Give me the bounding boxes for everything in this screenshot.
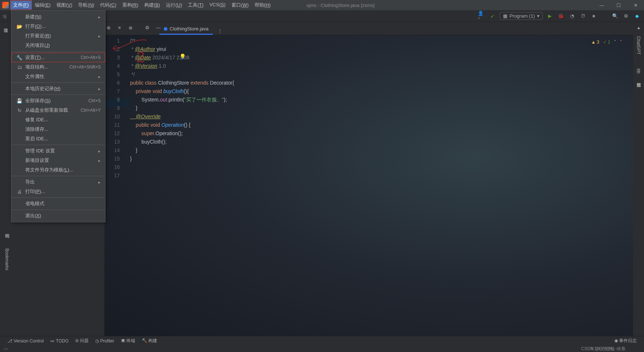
menu-item[interactable]: 🖨打印(P)... xyxy=(11,187,105,196)
menu-item-icon: 🗂 xyxy=(16,64,22,70)
coverage-button[interactable]: ◔ xyxy=(568,12,576,20)
menu-item-label: 项目结构... xyxy=(25,64,66,70)
menu-item[interactable]: 构建(B) xyxy=(141,0,163,10)
menu-item-shortcut: Ctrl+Alt+S xyxy=(81,55,101,60)
event-log-button[interactable]: ◉ 事件日志 xyxy=(614,338,637,344)
menu-item-icon: 🔧 xyxy=(16,55,22,60)
database-icon[interactable]: 🗄 xyxy=(636,68,641,74)
menu-item[interactable]: 退出(X) xyxy=(11,211,105,221)
menu-item[interactable]: 新项目设置▸ xyxy=(11,156,105,165)
minimize-button[interactable]: — xyxy=(593,0,610,10)
problems-tool-button[interactable]: ⊘ 问题 xyxy=(75,338,89,344)
menu-item-label: 退出(X) xyxy=(25,212,101,219)
menu-item[interactable]: 代码(C) xyxy=(97,0,119,10)
menu-item[interactable]: 🔧设置(T)...Ctrl+Alt+S xyxy=(11,53,105,62)
menu-item[interactable]: 编辑(E) xyxy=(32,0,53,10)
menu-bar: 文件(F)编辑(E)视图(V)导航(N)代码(C)重构(R)构建(B)运行(U)… xyxy=(0,0,644,10)
collapse-all-icon[interactable]: ≣ xyxy=(126,23,134,32)
menu-item-shortcut: Ctrl+S xyxy=(88,98,101,103)
menu-item[interactable]: 工具(T) xyxy=(185,0,207,10)
close-button[interactable]: ✕ xyxy=(627,0,644,10)
menu-item-label: 新项目设置 xyxy=(25,157,95,164)
menu-item[interactable]: 新建(N)▸ xyxy=(11,12,105,22)
menu-item-label: 新建(N) xyxy=(25,14,95,20)
menu-item[interactable]: 重启 IDE... xyxy=(11,134,105,144)
chatgpt-tool-button[interactable]: ChatGPT xyxy=(636,36,641,55)
menu-item[interactable]: 本地历史记录(H)▸ xyxy=(11,84,105,93)
app-logo-icon xyxy=(2,2,9,8)
submenu-arrow-icon: ▸ xyxy=(98,74,101,79)
menu-item[interactable]: 清除缓存... xyxy=(11,125,105,134)
menu-item[interactable]: 关闭项目(J) xyxy=(11,41,105,50)
menu-item[interactable]: 导出▸ xyxy=(11,177,105,187)
menu-item[interactable]: 导航(N) xyxy=(75,0,97,10)
submenu-arrow-icon: ▸ xyxy=(98,14,101,20)
window-title: sjms - ClothingStore.java [zsms] xyxy=(307,3,375,8)
run-config-icon: ▦ xyxy=(503,13,507,19)
expand-all-icon[interactable]: ≡ xyxy=(115,23,123,32)
run-config-label: Program (1) xyxy=(510,13,535,19)
code-editor[interactable]: ▲ 3 ✓ 1 ˄ ˅ 1234567891011121314151617 /*… xyxy=(104,35,633,341)
run-button[interactable]: ▶ xyxy=(546,12,554,20)
menu-item[interactable]: 📂打开(O)... xyxy=(11,22,105,31)
code-content: /** * @Author yirui * @Date 2024/4/17 21… xyxy=(130,37,633,163)
menu-item[interactable]: 窗口(W) xyxy=(229,0,252,10)
vcs-tool-button[interactable]: ⎇ Version Control xyxy=(7,338,44,344)
menu-item-label: 清除缓存... xyxy=(25,126,101,133)
menu-item[interactable]: 重构(R) xyxy=(119,0,141,10)
menu-item[interactable]: 将文件另存为模板(L)... xyxy=(11,165,105,175)
more-icon[interactable]: ⋮ xyxy=(216,27,224,35)
chatgpt-icon[interactable]: ✦ xyxy=(637,26,641,31)
menu-item[interactable]: ↻从磁盘全部重新加载Ctrl+Alt+Y xyxy=(11,105,105,115)
menu-item[interactable]: 🗂项目结构...Ctrl+Alt+Shift+S xyxy=(11,62,105,72)
menu-item-label: 修复 IDE... xyxy=(25,116,101,123)
run-config-selector[interactable]: ▦ Program (1) ▾ xyxy=(500,12,543,20)
debug-button[interactable]: 🐞 xyxy=(557,12,565,20)
hide-icon[interactable]: — xyxy=(154,23,162,32)
maximize-button[interactable]: ☐ xyxy=(610,0,627,10)
menu-item-label: 设置(T)... xyxy=(25,54,78,61)
build-tool-button[interactable]: 🔨 构建 xyxy=(142,338,157,344)
gear-icon[interactable]: ⚙ xyxy=(143,23,151,32)
profiler-tool-button[interactable]: ◷ Profiler xyxy=(95,338,114,344)
menu-item[interactable]: 修复 IDE... xyxy=(11,115,105,125)
intention-bulb-icon[interactable]: 💡 xyxy=(179,53,186,59)
menu-item[interactable]: 帮助(H) xyxy=(252,0,274,10)
menu-item[interactable]: 运行(U) xyxy=(163,0,185,10)
menu-item[interactable]: 省电模式 xyxy=(11,199,105,208)
todo-tool-button[interactable]: ≔ TODO xyxy=(50,338,69,344)
menu-item-label: 将文件另存为模板(L)... xyxy=(25,167,101,173)
bookmarks-tool-button[interactable]: Bookmarks xyxy=(4,248,10,270)
breadcrumb: sj xyxy=(3,13,6,19)
menu-item[interactable]: 管理 IDE 设置▸ xyxy=(11,146,105,156)
menu-item[interactable]: 视图(V) xyxy=(53,0,75,10)
window-controls: — ☐ ✕ xyxy=(593,0,644,10)
add-user-icon[interactable]: 👤⁺ xyxy=(478,12,486,20)
search-icon[interactable]: 🔍 xyxy=(611,12,619,20)
target-icon[interactable]: ⊕ xyxy=(104,23,112,32)
tab-label: ClothingStore.java xyxy=(170,26,208,32)
settings-icon[interactable]: ⚙ xyxy=(622,12,630,20)
submenu-arrow-icon: ▸ xyxy=(98,158,101,163)
menu-item-label: 全部保存(S) xyxy=(25,97,85,104)
editor-tab[interactable]: ClothingStore.java xyxy=(159,24,213,35)
editor-area: ⊕ ≡ ≣ ⚙ — ClothingStore.java ⋮ ▲ 3 ✓ 1 ˄… xyxy=(104,22,633,341)
menu-item[interactable]: VCS(S) xyxy=(207,0,229,10)
submenu-arrow-icon: ▸ xyxy=(98,148,101,154)
jetbrains-icon[interactable]: ◆ xyxy=(633,12,641,20)
menu-item[interactable]: 文件(F) xyxy=(10,0,32,10)
menu-item[interactable]: 文件属性▸ xyxy=(11,72,105,81)
stop-button[interactable]: ■ xyxy=(590,12,598,20)
menu-item[interactable]: 💾全部保存(S)Ctrl+S xyxy=(11,96,105,105)
menu-item-label: 关闭项目(J) xyxy=(25,42,101,49)
menu-item-label: 管理 IDE 设置 xyxy=(25,148,95,154)
right-tool-strip: ✦ ChatGPT 🗄 数据库 xyxy=(633,22,644,315)
menu-item-label: 省电模式 xyxy=(25,200,101,207)
menu-item[interactable]: 打开最近(R)▸ xyxy=(11,31,105,41)
status-left-icon[interactable]: ▭ xyxy=(4,346,8,351)
menu-item-label: 重启 IDE... xyxy=(25,136,101,142)
submenu-arrow-icon: ▸ xyxy=(98,179,101,185)
profile-button[interactable]: ⏱ xyxy=(579,12,587,20)
vcs-update-icon[interactable]: ↙ xyxy=(489,12,497,20)
terminal-tool-button[interactable]: ▣ 终端 xyxy=(121,338,135,344)
